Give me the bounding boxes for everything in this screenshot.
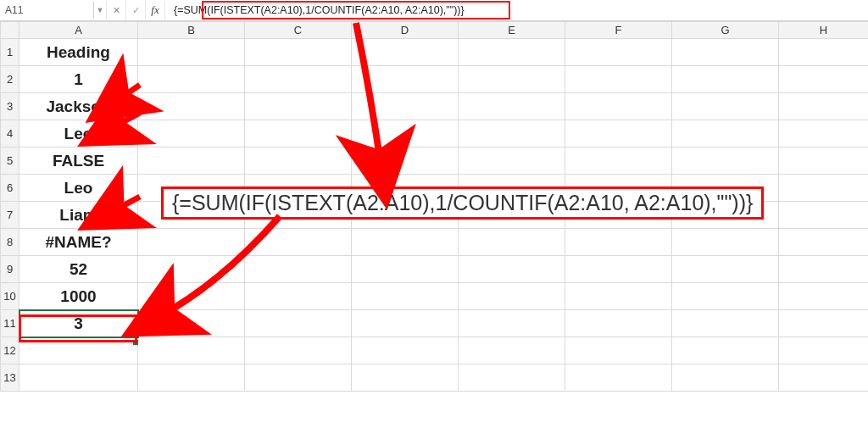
cell-H9[interactable] <box>779 256 869 283</box>
cell-H7[interactable] <box>779 202 869 229</box>
col-header-G[interactable]: G <box>672 22 779 39</box>
cell-C13[interactable] <box>245 364 352 392</box>
row-header-7[interactable]: 7 <box>1 202 19 229</box>
cell-H10[interactable] <box>779 283 869 310</box>
cell-G11[interactable] <box>672 310 779 337</box>
cell-G13[interactable] <box>672 364 779 392</box>
cell-D3[interactable] <box>352 93 459 120</box>
cell-F11[interactable] <box>565 310 672 337</box>
row-header-5[interactable]: 5 <box>1 147 19 175</box>
cell-F5[interactable] <box>565 147 672 175</box>
cell-G8[interactable] <box>672 229 779 256</box>
row-header-8[interactable]: 8 <box>1 229 19 256</box>
cell-H2[interactable] <box>779 66 869 93</box>
cell-D10[interactable] <box>352 283 459 310</box>
cell-D1[interactable] <box>352 39 459 66</box>
cell-F4[interactable] <box>565 120 672 147</box>
cell-F12[interactable] <box>565 337 672 364</box>
cell-F1[interactable] <box>565 39 672 66</box>
col-header-D[interactable]: D <box>352 22 459 39</box>
cell-D2[interactable] <box>352 66 459 93</box>
cell-H1[interactable] <box>779 39 869 66</box>
cell-H4[interactable] <box>779 120 869 147</box>
cell-G10[interactable] <box>672 283 779 310</box>
formula-cancel-button[interactable]: ✕ <box>107 1 126 19</box>
row-header-3[interactable]: 3 <box>1 93 19 120</box>
cell-B5[interactable] <box>138 147 245 175</box>
cell-G12[interactable] <box>672 337 779 364</box>
name-box[interactable]: A11 <box>0 2 94 19</box>
cell-C2[interactable] <box>245 66 352 93</box>
cell-E4[interactable] <box>459 120 565 147</box>
cell-E5[interactable] <box>459 147 565 175</box>
cell-G2[interactable] <box>672 66 779 93</box>
row-header-2[interactable]: 2 <box>1 66 19 93</box>
cell-F2[interactable] <box>565 66 672 93</box>
cell-C1[interactable] <box>245 39 352 66</box>
cell-A3[interactable]: Jackson <box>19 93 138 120</box>
cell-F9[interactable] <box>565 256 672 283</box>
col-header-H[interactable]: H <box>779 22 869 39</box>
cell-G4[interactable] <box>672 120 779 147</box>
col-header-B[interactable]: B <box>138 22 245 39</box>
cell-B8[interactable] <box>138 229 245 256</box>
row-header-6[interactable]: 6 <box>1 175 19 202</box>
cell-H12[interactable] <box>779 337 869 364</box>
cell-C12[interactable] <box>245 337 352 364</box>
cell-A2[interactable]: 1 <box>19 66 138 93</box>
cell-A1[interactable]: Heading <box>19 39 138 66</box>
cell-F3[interactable] <box>565 93 672 120</box>
spreadsheet-grid[interactable]: A B C D E F G H 1 Heading 2 1 3 Jackson … <box>0 21 868 434</box>
cell-D9[interactable] <box>352 256 459 283</box>
cell-D11[interactable] <box>352 310 459 337</box>
cell-D5[interactable] <box>352 147 459 175</box>
cell-E1[interactable] <box>459 39 565 66</box>
cell-E11[interactable] <box>459 310 565 337</box>
cell-B11[interactable] <box>138 310 245 337</box>
cell-A9[interactable]: 52 <box>19 256 138 283</box>
cell-E9[interactable] <box>459 256 565 283</box>
cell-D8[interactable] <box>352 229 459 256</box>
insert-function-button[interactable]: fx <box>146 1 165 19</box>
cell-F13[interactable] <box>565 364 672 392</box>
cell-E13[interactable] <box>459 364 565 392</box>
col-header-A[interactable]: A <box>19 22 138 39</box>
cell-E2[interactable] <box>459 66 565 93</box>
cell-B1[interactable] <box>138 39 245 66</box>
cell-G1[interactable] <box>672 39 779 66</box>
cell-F10[interactable] <box>565 283 672 310</box>
col-header-F[interactable]: F <box>565 22 672 39</box>
cell-C4[interactable] <box>245 120 352 147</box>
cell-A12[interactable] <box>19 337 138 364</box>
cell-G3[interactable] <box>672 93 779 120</box>
cell-A8[interactable]: #NAME? <box>19 229 138 256</box>
cell-E8[interactable] <box>459 229 565 256</box>
cell-H13[interactable] <box>779 364 869 392</box>
cell-F8[interactable] <box>565 229 672 256</box>
row-header-1[interactable]: 1 <box>1 39 19 66</box>
cell-D4[interactable] <box>352 120 459 147</box>
col-header-E[interactable]: E <box>459 22 565 39</box>
row-header-13[interactable]: 13 <box>1 364 19 392</box>
cell-A7[interactable]: Liam <box>19 202 138 229</box>
name-box-dropdown[interactable]: ▼ <box>94 1 107 19</box>
cell-C10[interactable] <box>245 283 352 310</box>
cell-A6[interactable]: Leo <box>19 175 138 202</box>
cell-E10[interactable] <box>459 283 565 310</box>
fill-handle[interactable] <box>133 340 138 345</box>
cell-H5[interactable] <box>779 147 869 175</box>
cell-H3[interactable] <box>779 93 869 120</box>
cell-B10[interactable] <box>138 283 245 310</box>
cell-C8[interactable] <box>245 229 352 256</box>
cell-B13[interactable] <box>138 364 245 392</box>
cell-H11[interactable] <box>779 310 869 337</box>
cell-E12[interactable] <box>459 337 565 364</box>
formula-enter-button[interactable]: ✓ <box>126 1 146 19</box>
cell-B3[interactable] <box>138 93 245 120</box>
row-header-11[interactable]: 11 <box>1 310 19 337</box>
row-header-9[interactable]: 9 <box>1 256 19 283</box>
cell-H8[interactable] <box>779 229 869 256</box>
cell-C9[interactable] <box>245 256 352 283</box>
cell-D13[interactable] <box>352 364 459 392</box>
cell-H6[interactable] <box>779 175 869 202</box>
